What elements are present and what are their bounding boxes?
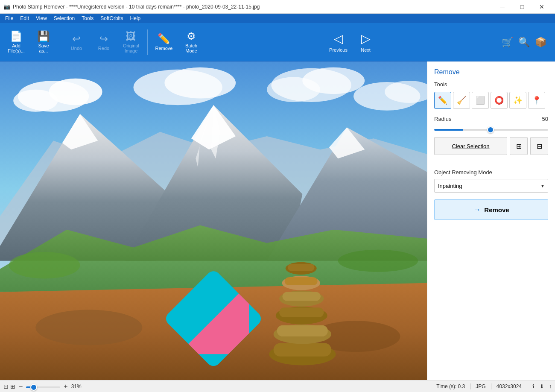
add-files-label: Add File(s)... [8, 43, 25, 53]
brush-icon: ✏️ [438, 96, 447, 105]
brush-tool-button[interactable]: ✏️ [434, 92, 451, 109]
previous-button[interactable]: ◁ Previous [326, 26, 351, 59]
mode-section: Object Removing Mode Inpainting Content-… [427, 162, 555, 227]
stamp-tool-button[interactable]: 📍 [528, 92, 545, 109]
close-button[interactable]: ✕ [532, 0, 552, 14]
eraser-tool-button[interactable]: 🧹 [453, 92, 470, 109]
title-bar: 📷 Photo Stamp Remover - ****Unregistered… [0, 0, 555, 14]
zoom-plus-button[interactable]: + [64, 383, 67, 390]
save-as-button[interactable]: 💾 Save as... [31, 26, 56, 59]
share-icon[interactable]: ↑ [549, 383, 552, 389]
remove-toolbar-button[interactable]: ✏️ Remove [151, 26, 177, 59]
svg-point-25 [338, 250, 418, 272]
add-files-icon: 📄 [10, 31, 23, 41]
mode-select[interactable]: Inpainting Content-Aware Fill Blur Color… [434, 179, 548, 193]
dimensions-label: 4032x3024 [497, 383, 522, 389]
menu-edit[interactable]: Edit [17, 15, 32, 22]
next-label: Next [361, 47, 371, 53]
rect-select-tool-button[interactable]: ⬜ [472, 92, 489, 109]
menu-view[interactable]: View [32, 15, 50, 22]
cube-icon[interactable]: 📦 [533, 35, 548, 50]
svg-rect-37 [288, 264, 315, 271]
deselect-button[interactable]: ⊟ [530, 137, 548, 155]
zoom-fit-icon[interactable]: ⊡ [3, 383, 9, 390]
minimize-button[interactable]: ─ [493, 0, 512, 14]
maximize-button[interactable]: □ [512, 0, 532, 14]
svg-rect-31 [279, 307, 324, 317]
cart-icon[interactable]: 🛒 [500, 35, 515, 50]
original-image-button[interactable]: 🖼 Original Image [118, 26, 144, 59]
stamp-icon: 📍 [532, 96, 541, 105]
magic-wand-tool-button[interactable]: ✨ [509, 92, 526, 109]
undo-label: Undo [71, 46, 82, 51]
redo-button[interactable]: ↪ Redo [91, 26, 117, 59]
app-icon: 📷 [3, 3, 10, 10]
remove-toolbar-label: Remove [155, 46, 173, 51]
radius-value: 50 [542, 116, 548, 122]
batch-mode-icon: ⚙ [187, 31, 196, 41]
clear-selection-row: Clear Selection ⊞ ⊟ [434, 137, 548, 155]
remove-button[interactable]: → Remove [434, 199, 548, 220]
previous-icon: ◁ [334, 32, 343, 46]
add-files-button[interactable]: 📄 Add File(s)... [3, 26, 29, 59]
rect-select-icon: ⬜ [476, 96, 485, 105]
svg-point-24 [9, 252, 80, 279]
svg-point-3 [13, 90, 58, 112]
svg-rect-29 [277, 325, 328, 336]
radius-slider[interactable] [434, 129, 548, 131]
next-icon: ▷ [361, 32, 371, 46]
mode-select-wrapper: Inpainting Content-Aware Fill Blur Color… [434, 179, 548, 193]
main-content: 2020 / 09 / 03 Remove Tools ✏️ 🧹 ⬜ [0, 61, 555, 380]
zoom-slider[interactable] [26, 386, 60, 388]
panel-title: Remove [434, 68, 548, 76]
time-label: Time (s): 0.3 [436, 383, 465, 389]
select-all-button[interactable]: ⊞ [510, 137, 528, 155]
zoom-actual-icon[interactable]: ⊞ [10, 383, 15, 390]
zoom-percent: 31% [71, 383, 82, 389]
remove-section: Remove Tools ✏️ 🧹 ⬜ ⭕ [427, 61, 555, 162]
menu-file[interactable]: File [2, 15, 17, 22]
status-sep-1 [470, 383, 470, 389]
main-image: 2020 / 09 / 03 [0, 61, 427, 380]
window-title: Photo Stamp Remover - ****Unregistered v… [13, 4, 493, 10]
eraser-icon: 🧹 [457, 96, 466, 105]
status-sep-2 [491, 383, 491, 389]
separator-2 [147, 29, 148, 55]
batch-mode-label: Batch Mode [185, 43, 197, 53]
svg-point-8 [267, 77, 320, 102]
undo-icon: ↩ [72, 34, 81, 44]
lasso-icon: ⭕ [494, 96, 504, 105]
svg-rect-33 [282, 292, 321, 301]
menu-help[interactable]: Help [127, 15, 144, 22]
info-icon[interactable]: ℹ [532, 383, 535, 389]
format-label: JPG [476, 383, 485, 389]
search-icon[interactable]: 🔍 [517, 35, 532, 50]
original-image-label: Original Image [123, 43, 139, 53]
image-area[interactable]: 2020 / 09 / 03 [0, 61, 427, 380]
download-icon[interactable]: ⬇ [540, 383, 544, 389]
batch-mode-button[interactable]: ⚙ Batch Mode [178, 26, 204, 59]
toolbar-right-icons: 🛒 🔍 📦 [500, 35, 552, 50]
next-button[interactable]: ▷ Next [353, 26, 379, 59]
undo-button[interactable]: ↩ Undo [64, 26, 89, 59]
radius-label: Radius [434, 116, 451, 122]
menu-tools[interactable]: Tools [78, 15, 97, 22]
remove-button-label: Remove [484, 206, 509, 214]
mode-label: Object Removing Mode [434, 169, 548, 176]
redo-label: Redo [98, 46, 109, 51]
clear-selection-button[interactable]: Clear Selection [434, 137, 507, 155]
menu-selection[interactable]: Selection [50, 15, 78, 22]
window-controls: ─ □ ✕ [493, 0, 552, 14]
separator-1 [60, 29, 60, 55]
menu-softorbits[interactable]: SoftOrbits [97, 15, 126, 22]
lasso-tool-button[interactable]: ⭕ [491, 92, 508, 109]
tools-label: Tools [434, 81, 548, 88]
svg-rect-35 [285, 277, 318, 285]
zoom-minus-button[interactable]: − [19, 383, 23, 390]
remove-arrow-icon: → [473, 205, 481, 214]
menu-bar: File Edit View Selection Tools SoftOrbit… [0, 14, 555, 23]
deselect-icon: ⊟ [537, 142, 542, 150]
toolbar: 📄 Add File(s)... 💾 Save as... ↩ Undo ↪ R… [0, 23, 555, 61]
save-as-label: Save as... [38, 43, 49, 53]
svg-point-22 [35, 310, 142, 345]
